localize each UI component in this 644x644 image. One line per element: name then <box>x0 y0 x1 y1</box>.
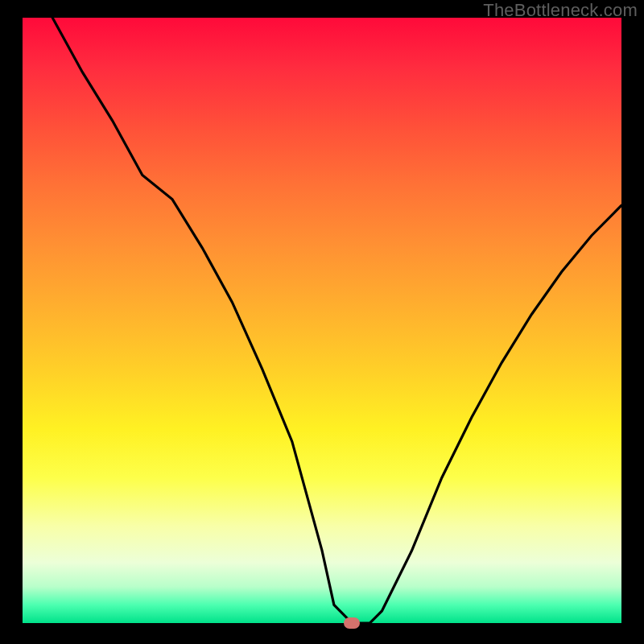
watermark: TheBottleneck.com <box>483 0 638 21</box>
optimum-marker <box>344 617 360 629</box>
bottleneck-curve <box>52 18 621 623</box>
curve-layer <box>0 0 644 644</box>
chart-frame: TheBottleneck.com <box>0 0 644 644</box>
